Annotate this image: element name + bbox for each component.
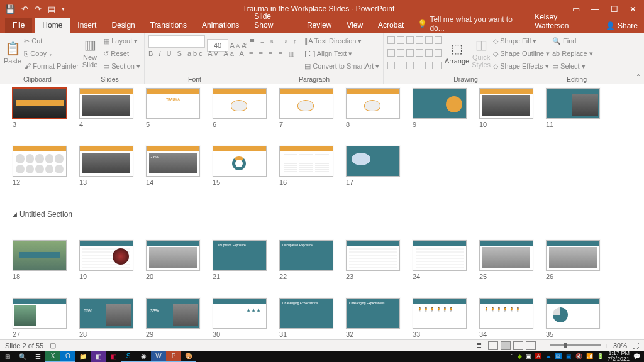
tab-home[interactable]: Home	[35, 18, 70, 33]
slide-thumbnail-31[interactable]: Challenging Expectations31	[279, 298, 333, 338]
line-spacing-icon[interactable]: ↕	[293, 37, 299, 45]
notes-button[interactable]: ≣	[476, 341, 482, 349]
sorter-view-button[interactable]	[501, 341, 511, 350]
outlook-taskbar[interactable]: O	[60, 351, 75, 362]
paste-button[interactable]: 📋Paste	[4, 34, 21, 72]
slide-thumbnail-35[interactable]: 35	[546, 298, 600, 338]
underline-button[interactable]: U	[167, 50, 174, 57]
slideshow-view-button[interactable]	[526, 341, 536, 350]
strike-button[interactable]: S	[177, 50, 184, 57]
quick-styles-button[interactable]: ◫Quick Styles	[472, 34, 491, 72]
fit-window-button[interactable]: ⛶	[632, 342, 639, 349]
paint-taskbar[interactable]: 🎨	[181, 351, 196, 362]
save-icon[interactable]: 💾	[5, 4, 15, 14]
search-taskbar-icon[interactable]: 🔍	[15, 351, 30, 362]
tell-me[interactable]: 💡Tell me what you want to do...	[418, 15, 528, 33]
numbering-icon[interactable]: ≡	[260, 37, 266, 45]
normal-view-button[interactable]	[488, 341, 498, 350]
arrange-button[interactable]: ⬚Arrange	[445, 34, 469, 72]
slide-thumbnail-3[interactable]: 3	[13, 88, 67, 128]
replace-button[interactable]: ab Replace ▾	[552, 48, 593, 59]
slide-thumbnail-16[interactable]: 16	[279, 146, 333, 186]
slide-thumbnail-24[interactable]: 24	[413, 240, 467, 280]
shape-effects-button[interactable]: ◇ Shape Effects ▾	[493, 60, 550, 72]
tab-insert[interactable]: Insert	[70, 18, 104, 33]
tab-review[interactable]: Review	[299, 18, 339, 33]
tab-animations[interactable]: Animations	[194, 18, 247, 33]
cut-button[interactable]: ✂ Cut	[24, 35, 79, 47]
slide-thumbnail-20[interactable]: 20	[146, 240, 200, 280]
slide-thumbnail-12[interactable]: 12	[13, 146, 67, 186]
bullets-icon[interactable]: ≣	[249, 37, 257, 45]
slide-thumbnail-29[interactable]: 33%29	[146, 298, 200, 338]
slide-thumbnail-33[interactable]: 🧍🧍🧍🧍🧍🧍33	[413, 298, 467, 338]
slide-thumbnail-19[interactable]: 19	[79, 240, 133, 280]
maximize-icon[interactable]: ☐	[611, 4, 618, 14]
slide-thumbnail-11[interactable]: 11	[546, 88, 600, 128]
select-button[interactable]: ▭ Select ▾	[552, 60, 593, 72]
slide-thumbnail-6[interactable]: 6	[213, 88, 267, 128]
shapes-gallery[interactable]	[387, 36, 442, 48]
tab-acrobat[interactable]: Acrobat	[370, 18, 411, 33]
bold-button[interactable]: B	[148, 50, 155, 57]
slide-thumbnail-28[interactable]: 65%28	[79, 298, 133, 338]
new-slide-button[interactable]: ▥New Slide	[79, 34, 101, 72]
slide-thumbnail-15[interactable]: 15	[213, 146, 267, 186]
slide-thumbnail-4[interactable]: 4	[79, 88, 133, 128]
tab-file[interactable]: File	[5, 18, 32, 33]
collapse-ribbon-icon[interactable]: ˄	[636, 74, 640, 82]
tab-slideshow[interactable]: Slide Show	[247, 9, 299, 33]
tray-overflow-icon[interactable]: ˄	[511, 353, 514, 359]
spacing-button[interactable]: AV	[208, 50, 220, 57]
slide-thumbnail-14[interactable]: 2.6%14	[146, 146, 200, 186]
zoom-slider[interactable]	[550, 344, 601, 346]
slide-thumbnail-13[interactable]: 13	[79, 146, 133, 186]
excel-taskbar[interactable]: X	[45, 351, 60, 362]
font-family-input[interactable]	[148, 35, 205, 48]
slide-thumbnail-27[interactable]: 27	[13, 298, 67, 338]
slide-thumbnail-26[interactable]: 26	[546, 240, 600, 280]
start-icon[interactable]: ▤	[48, 4, 55, 14]
italic-button[interactable]: I	[158, 50, 162, 57]
text-direction-button[interactable]: ‖A Text Direction ▾	[304, 35, 379, 47]
align-center-icon[interactable]: ≡	[258, 50, 264, 57]
account-user[interactable]: Kelsey Watterson	[528, 10, 599, 33]
chrome-taskbar[interactable]: ◉	[136, 351, 151, 362]
slide-thumbnail-8[interactable]: 8	[346, 88, 400, 128]
tray-wifi-icon[interactable]: 📶	[586, 353, 593, 359]
align-left-icon[interactable]: ≡	[249, 50, 255, 57]
slide-thumbnail-23[interactable]: 23	[346, 240, 400, 280]
indent-dec-icon[interactable]: ⇤	[270, 37, 278, 45]
explorer-taskbar[interactable]: 📁	[75, 351, 91, 362]
slide-thumbnail-10[interactable]: 10	[479, 88, 533, 128]
qat-more-icon[interactable]: ▾	[62, 6, 65, 12]
start-button[interactable]: ⊞	[0, 351, 15, 362]
find-button[interactable]: 🔍 Find	[552, 35, 593, 47]
slide-thumbnail-18[interactable]: 18	[13, 240, 67, 280]
shape-fill-button[interactable]: ◇ Shape Fill ▾	[493, 35, 550, 47]
tray-battery-icon[interactable]: 🔋	[597, 353, 604, 359]
tab-design[interactable]: Design	[104, 18, 142, 33]
tray-sync-icon[interactable]: ☁	[545, 353, 551, 359]
zoom-out-button[interactable]: −	[542, 342, 546, 349]
powerpoint-taskbar[interactable]: P	[166, 351, 181, 362]
align-right-icon[interactable]: ≡	[269, 50, 274, 57]
tab-view[interactable]: View	[339, 18, 370, 33]
collapse-section-icon[interactable]: ◢	[13, 211, 17, 217]
slide-thumbnail-17[interactable]: 17	[346, 146, 400, 186]
clock-date[interactable]: 7/2/2021	[608, 356, 630, 362]
slide-thumbnail-5[interactable]: TRAUMA5	[146, 88, 200, 128]
slide-thumbnail-21[interactable]: Occupation Exposure21	[213, 240, 267, 280]
task-view-icon[interactable]: ☰	[30, 351, 45, 362]
redo-icon[interactable]: ↷	[35, 4, 42, 14]
layout-button[interactable]: ▦ Layout ▾	[103, 35, 140, 47]
app1-taskbar[interactable]: ◧	[91, 351, 106, 362]
justify-icon[interactable]: ≡	[278, 50, 284, 57]
share-button[interactable]: 👤Share	[599, 19, 644, 33]
slide-thumbnail-25[interactable]: 25	[479, 240, 533, 280]
undo-icon[interactable]: ↶	[21, 4, 28, 14]
slide-thumbnail-22[interactable]: Occupation Exposure22	[279, 240, 333, 280]
notifications-icon[interactable]: 💬	[633, 353, 640, 359]
case-button[interactable]: Aa	[223, 50, 235, 57]
zoom-in-button[interactable]: +	[604, 342, 608, 349]
